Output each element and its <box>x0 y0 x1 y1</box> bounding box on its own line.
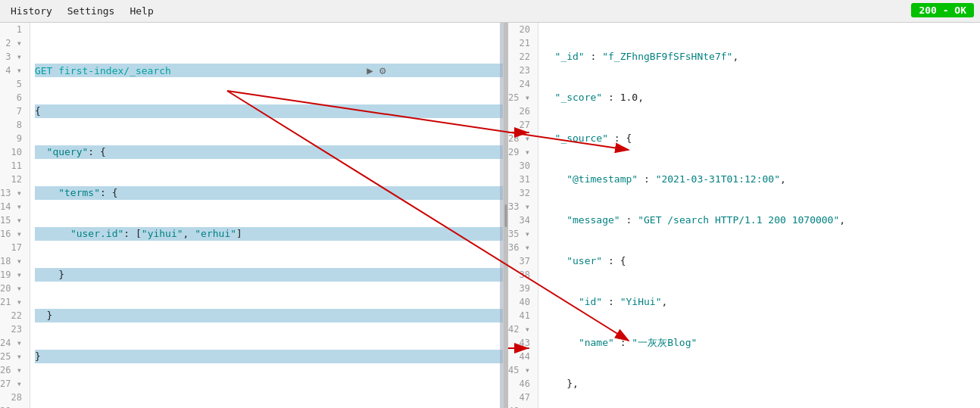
menu-help[interactable]: Help <box>122 2 161 20</box>
editor-right-border <box>500 23 503 408</box>
code-line <box>35 391 503 404</box>
menu-history[interactable]: History <box>3 2 60 20</box>
editor-pane: 1 2 ▾ 3 ▾ 4 ▾ 5 6 7 8 9 10 11 12 13 ▾ 14… <box>0 23 504 408</box>
result-line: "@timestamp" : "2021-03-31T01:12:00", <box>543 173 980 186</box>
main-area: 1 2 ▾ 3 ▾ 4 ▾ 5 6 7 8 9 10 11 12 13 ▾ 14… <box>0 23 980 408</box>
result-line: }, <box>543 377 980 391</box>
result-line: "user" : { <box>543 254 980 268</box>
code-line: "terms": { <box>35 186 503 200</box>
result-line: "message" : "GET /search HTTP/1.1 200 10… <box>543 213 980 227</box>
editor-code-area[interactable]: 1 2 ▾ 3 ▾ 4 ▾ 5 6 7 8 9 10 11 12 13 ▾ 14… <box>0 23 503 408</box>
code-line: "user.id": ["yihui", "erhui"] <box>35 227 503 241</box>
result-line: "_id" : "f_ZFhngBF9fSFsHNte7f", <box>543 50 980 64</box>
status-badge: 200 - OK <box>911 3 974 17</box>
result-code-area[interactable]: 20 21 22 23 24 25 ▾ 26 27 28 ▾ 29 ▾ 30 3… <box>508 23 980 408</box>
menubar: History Settings Help 200 - OK <box>0 0 980 23</box>
result-line-numbers: 20 21 22 23 24 25 ▾ 26 27 28 ▾ 29 ▾ 30 3… <box>508 23 538 408</box>
code-line: { <box>35 104 503 118</box>
editor-code-content: GET first-index/_search ▶ ⚙ { "query": {… <box>30 23 503 408</box>
result-line-arrow1: ➤ "name" : "一灰灰Blog" <box>543 336 980 350</box>
result-pane: 20 21 22 23 24 25 ▾ 26 27 28 ▾ 29 ▾ 30 3… <box>508 23 980 408</box>
result-line: "_score" : 1.0, <box>543 91 980 104</box>
code-line: GET first-index/_search ▶ ⚙ <box>35 64 503 77</box>
code-line: "query": { <box>35 145 503 159</box>
code-line: } <box>35 350 503 363</box>
result-code-content: "_id" : "f_ZFhngBF9fSFsHNte7f", "_score"… <box>538 23 980 408</box>
code-line: } <box>35 268 503 282</box>
menu-settings[interactable]: Settings <box>60 2 123 20</box>
line-numbers: 1 2 ▾ 3 ▾ 4 ▾ 5 6 7 8 9 10 11 12 13 ▾ 14… <box>0 23 30 408</box>
code-line: } <box>35 309 503 322</box>
divider-handle <box>505 204 507 227</box>
result-line: "_source" : { <box>543 132 980 145</box>
result-line: "id" : "YiHui", <box>543 295 980 309</box>
